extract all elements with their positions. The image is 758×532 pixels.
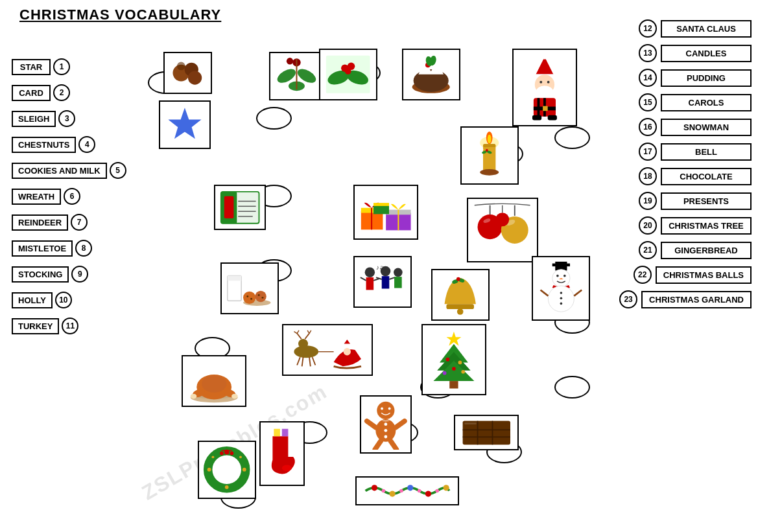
svg-line-93 <box>294 332 297 334</box>
svg-point-139 <box>239 456 242 459</box>
svg-point-164 <box>425 491 431 497</box>
svg-rect-117 <box>447 305 475 310</box>
svg-point-45 <box>488 135 492 144</box>
svg-point-178 <box>262 297 264 299</box>
number-oval: 8 <box>75 240 92 257</box>
svg-point-86 <box>560 292 562 294</box>
svg-line-150 <box>375 441 381 450</box>
answer-oval-6 <box>554 126 590 149</box>
svg-line-62 <box>361 277 366 281</box>
svg-rect-141 <box>274 429 281 437</box>
answer-oval-16 <box>554 376 590 399</box>
svg-point-152 <box>385 423 388 426</box>
svg-point-146 <box>388 408 391 410</box>
number-oval: 15 <box>639 93 657 111</box>
number-oval: 20 <box>639 216 657 235</box>
svg-text:♪♫: ♪♫ <box>376 264 384 271</box>
svg-point-82 <box>556 275 559 277</box>
svg-rect-32 <box>532 115 541 121</box>
number-oval: 6 <box>64 188 80 205</box>
number-oval: 4 <box>78 136 95 153</box>
svg-point-98 <box>294 345 318 358</box>
right-item-20: 20 CHRISTMAS TREE <box>619 216 752 235</box>
svg-point-163 <box>407 485 413 491</box>
svg-point-83 <box>563 275 566 277</box>
svg-point-134 <box>225 450 229 454</box>
right-item-23: 23 CHRISTMAS GARLAND <box>619 290 752 308</box>
svg-point-60 <box>365 268 375 277</box>
pic-card <box>214 185 266 230</box>
right-item-12: 12 SANTA CLAUS <box>619 19 752 38</box>
svg-line-89 <box>540 290 548 295</box>
number-oval: 17 <box>639 143 657 161</box>
number-oval: 21 <box>639 241 657 259</box>
left-item-4: CHESTNUTS 4 <box>12 136 126 153</box>
answer-oval-2 <box>256 107 292 130</box>
svg-point-174 <box>255 291 266 302</box>
svg-marker-4 <box>168 108 201 139</box>
svg-point-175 <box>247 295 249 297</box>
right-item-16: 16 SNOWMAN <box>619 118 752 136</box>
word-label: COOKIES AND MILK <box>12 163 107 179</box>
number-oval: 1 <box>53 58 70 75</box>
svg-line-90 <box>574 290 582 295</box>
number-oval: 5 <box>110 162 126 179</box>
svg-point-136 <box>243 468 246 472</box>
number-oval: 11 <box>62 318 78 334</box>
svg-rect-58 <box>373 204 389 213</box>
number-oval: 7 <box>71 214 88 231</box>
word-label: CHRISTMAS TREE <box>661 217 752 235</box>
right-item-19: 19 PRESENTS <box>619 192 752 210</box>
right-item-18: 18 CHOCOLATE <box>619 167 752 185</box>
svg-point-138 <box>212 456 215 459</box>
number-oval: 12 <box>639 19 657 38</box>
word-label: REINDEER <box>12 214 68 231</box>
svg-point-121 <box>456 277 460 281</box>
number-oval: 2 <box>53 84 70 101</box>
svg-rect-142 <box>282 429 289 437</box>
svg-rect-160 <box>464 422 476 424</box>
svg-point-177 <box>258 294 260 296</box>
pic-santa <box>512 49 577 126</box>
svg-point-48 <box>480 169 499 176</box>
number-oval: 3 <box>58 110 75 127</box>
pic-pudding <box>402 49 460 100</box>
pic-christmas-tree <box>421 324 486 395</box>
pic-snowman <box>532 256 590 321</box>
svg-rect-171 <box>228 276 241 281</box>
left-item-5: COOKIES AND MILK 5 <box>12 162 126 179</box>
svg-rect-61 <box>366 277 374 290</box>
page: CHRISTMAS VOCABULARY STAR 1 CARD 2 SLEIG… <box>0 0 758 532</box>
svg-point-27 <box>547 81 550 84</box>
svg-point-115 <box>443 371 447 375</box>
svg-marker-106 <box>344 340 349 344</box>
svg-line-99 <box>297 357 300 365</box>
svg-rect-111 <box>449 381 458 388</box>
word-label: CHOCOLATE <box>661 168 752 185</box>
word-label: CARD <box>12 85 51 101</box>
word-label: HOLLY <box>12 292 53 308</box>
svg-point-51 <box>486 149 488 152</box>
word-label: GINGERBREAD <box>661 242 752 259</box>
left-item-6: WREATH 6 <box>12 188 126 205</box>
pic-gingerbread <box>360 395 412 454</box>
svg-marker-107 <box>447 332 462 346</box>
word-label: CHRISTMAS BALLS <box>656 266 752 284</box>
svg-rect-38 <box>224 196 234 218</box>
word-label: PUDDING <box>661 69 752 87</box>
svg-line-100 <box>302 357 303 366</box>
number-oval: 13 <box>639 44 657 62</box>
word-label: SANTA CLAUS <box>661 20 752 38</box>
left-item-3: SLEIGH 3 <box>12 110 126 127</box>
svg-line-148 <box>367 421 376 428</box>
svg-point-176 <box>250 298 252 300</box>
left-item-8: MISTLETOE 8 <box>12 240 126 257</box>
pic-turkey <box>182 355 246 407</box>
svg-point-88 <box>560 302 562 305</box>
number-oval: 10 <box>55 292 72 308</box>
svg-rect-155 <box>462 421 510 445</box>
right-item-22: 22 CHRISTMAS BALLS <box>619 266 752 284</box>
svg-point-126 <box>191 394 197 399</box>
svg-point-104 <box>343 348 350 355</box>
right-item-21: 21 GINGERBREAD <box>619 241 752 259</box>
